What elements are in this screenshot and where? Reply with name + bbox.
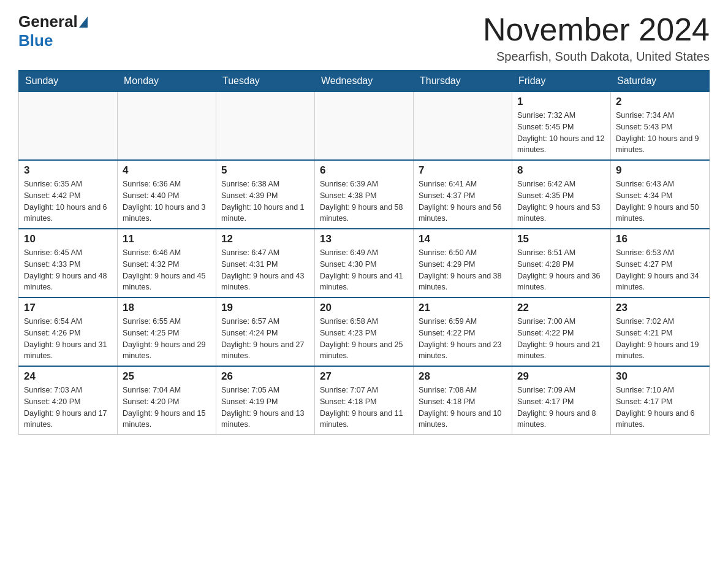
day-info: Sunrise: 7:08 AMSunset: 4:18 PMDaylight:… — [419, 385, 507, 431]
calendar-cell: 14Sunrise: 6:50 AMSunset: 4:29 PMDayligh… — [414, 229, 512, 297]
day-info: Sunrise: 6:55 AMSunset: 4:25 PMDaylight:… — [123, 316, 211, 362]
day-info: Sunrise: 6:39 AMSunset: 4:38 PMDaylight:… — [320, 178, 408, 224]
day-number: 25 — [123, 370, 211, 383]
calendar-cell: 13Sunrise: 6:49 AMSunset: 4:30 PMDayligh… — [315, 229, 414, 297]
day-number: 26 — [221, 370, 309, 383]
day-info: Sunrise: 6:41 AMSunset: 4:37 PMDaylight:… — [419, 178, 507, 224]
day-number: 3 — [24, 164, 112, 177]
day-info: Sunrise: 6:45 AMSunset: 4:33 PMDaylight:… — [24, 247, 112, 293]
calendar-cell: 29Sunrise: 7:09 AMSunset: 4:17 PMDayligh… — [512, 366, 611, 435]
day-number: 4 — [123, 164, 211, 177]
calendar-cell: 6Sunrise: 6:39 AMSunset: 4:38 PMDaylight… — [315, 160, 414, 229]
day-number: 22 — [517, 302, 605, 314]
day-info: Sunrise: 6:35 AMSunset: 4:42 PMDaylight:… — [24, 178, 112, 224]
calendar-cell: 4Sunrise: 6:36 AMSunset: 4:40 PMDaylight… — [118, 160, 216, 229]
day-number: 1 — [517, 96, 605, 108]
calendar-cell: 18Sunrise: 6:55 AMSunset: 4:25 PMDayligh… — [118, 297, 216, 366]
calendar-cell: 11Sunrise: 6:46 AMSunset: 4:32 PMDayligh… — [118, 229, 216, 297]
location-subtitle: Spearfish, South Dakota, United States — [483, 50, 710, 64]
day-info: Sunrise: 6:59 AMSunset: 4:22 PMDaylight:… — [419, 316, 507, 362]
day-number: 17 — [24, 302, 112, 314]
calendar-cell: 8Sunrise: 6:42 AMSunset: 4:35 PMDaylight… — [512, 160, 611, 229]
calendar-cell — [315, 92, 414, 161]
day-info: Sunrise: 6:58 AMSunset: 4:23 PMDaylight:… — [320, 316, 408, 362]
day-info: Sunrise: 6:46 AMSunset: 4:32 PMDaylight:… — [123, 247, 211, 293]
day-info: Sunrise: 7:32 AMSunset: 5:45 PMDaylight:… — [517, 110, 605, 156]
weekday-header-saturday: Saturday — [611, 71, 710, 92]
calendar-cell: 1Sunrise: 7:32 AMSunset: 5:45 PMDaylight… — [512, 92, 611, 161]
calendar-cell: 12Sunrise: 6:47 AMSunset: 4:31 PMDayligh… — [216, 229, 315, 297]
weekday-header-row: SundayMondayTuesdayWednesdayThursdayFrid… — [19, 71, 710, 92]
day-number: 18 — [123, 302, 211, 314]
logo-blue-text: Blue — [18, 31, 53, 50]
calendar-cell: 10Sunrise: 6:45 AMSunset: 4:33 PMDayligh… — [19, 229, 118, 297]
day-number: 10 — [24, 233, 112, 245]
logo-triangle-icon — [79, 17, 88, 28]
logo: General Blue — [18, 12, 89, 50]
day-number: 19 — [221, 302, 309, 314]
calendar-cell: 22Sunrise: 7:00 AMSunset: 4:22 PMDayligh… — [512, 297, 611, 366]
day-info: Sunrise: 7:04 AMSunset: 4:20 PMDaylight:… — [123, 385, 211, 431]
calendar-cell: 19Sunrise: 6:57 AMSunset: 4:24 PMDayligh… — [216, 297, 315, 366]
day-info: Sunrise: 6:50 AMSunset: 4:29 PMDaylight:… — [419, 247, 507, 293]
day-number: 23 — [616, 302, 704, 314]
day-number: 5 — [221, 164, 309, 177]
day-info: Sunrise: 7:07 AMSunset: 4:18 PMDaylight:… — [320, 385, 408, 431]
day-number: 6 — [320, 164, 408, 177]
day-number: 20 — [320, 302, 408, 314]
day-number: 2 — [616, 96, 704, 108]
week-row-3: 10Sunrise: 6:45 AMSunset: 4:33 PMDayligh… — [19, 229, 710, 297]
calendar-cell: 16Sunrise: 6:53 AMSunset: 4:27 PMDayligh… — [611, 229, 710, 297]
day-number: 7 — [419, 164, 507, 177]
day-number: 12 — [221, 233, 309, 245]
day-number: 16 — [616, 233, 704, 245]
week-row-4: 17Sunrise: 6:54 AMSunset: 4:26 PMDayligh… — [19, 297, 710, 366]
day-number: 27 — [320, 370, 408, 383]
calendar-cell — [414, 92, 512, 161]
calendar-cell — [19, 92, 118, 161]
calendar-cell: 28Sunrise: 7:08 AMSunset: 4:18 PMDayligh… — [414, 366, 512, 435]
day-info: Sunrise: 6:36 AMSunset: 4:40 PMDaylight:… — [123, 178, 211, 224]
calendar-cell: 23Sunrise: 7:02 AMSunset: 4:21 PMDayligh… — [611, 297, 710, 366]
calendar-cell — [118, 92, 216, 161]
calendar-cell: 7Sunrise: 6:41 AMSunset: 4:37 PMDaylight… — [414, 160, 512, 229]
day-info: Sunrise: 6:43 AMSunset: 4:34 PMDaylight:… — [616, 178, 704, 224]
day-number: 14 — [419, 233, 507, 245]
week-row-5: 24Sunrise: 7:03 AMSunset: 4:20 PMDayligh… — [19, 366, 710, 435]
page-header: General Blue November 2024 Spearfish, So… — [18, 12, 710, 64]
calendar-cell: 24Sunrise: 7:03 AMSunset: 4:20 PMDayligh… — [19, 366, 118, 435]
day-info: Sunrise: 6:51 AMSunset: 4:28 PMDaylight:… — [517, 247, 605, 293]
day-info: Sunrise: 6:42 AMSunset: 4:35 PMDaylight:… — [517, 178, 605, 224]
month-title: November 2024 — [483, 12, 710, 47]
calendar-cell: 2Sunrise: 7:34 AMSunset: 5:43 PMDaylight… — [611, 92, 710, 161]
calendar-cell: 26Sunrise: 7:05 AMSunset: 4:19 PMDayligh… — [216, 366, 315, 435]
week-row-2: 3Sunrise: 6:35 AMSunset: 4:42 PMDaylight… — [19, 160, 710, 229]
day-number: 29 — [517, 370, 605, 383]
calendar-cell: 20Sunrise: 6:58 AMSunset: 4:23 PMDayligh… — [315, 297, 414, 366]
title-block: November 2024 Spearfish, South Dakota, U… — [483, 12, 710, 64]
day-info: Sunrise: 7:09 AMSunset: 4:17 PMDaylight:… — [517, 385, 605, 431]
day-number: 8 — [517, 164, 605, 177]
calendar-cell: 17Sunrise: 6:54 AMSunset: 4:26 PMDayligh… — [19, 297, 118, 366]
logo-general-text: General — [18, 12, 78, 31]
day-info: Sunrise: 7:02 AMSunset: 4:21 PMDaylight:… — [616, 316, 704, 362]
weekday-header-wednesday: Wednesday — [315, 71, 414, 92]
calendar-cell: 21Sunrise: 6:59 AMSunset: 4:22 PMDayligh… — [414, 297, 512, 366]
calendar-cell: 25Sunrise: 7:04 AMSunset: 4:20 PMDayligh… — [118, 366, 216, 435]
day-info: Sunrise: 7:05 AMSunset: 4:19 PMDaylight:… — [221, 385, 309, 431]
day-info: Sunrise: 7:00 AMSunset: 4:22 PMDaylight:… — [517, 316, 605, 362]
weekday-header-thursday: Thursday — [414, 71, 512, 92]
day-number: 30 — [616, 370, 704, 383]
calendar-cell: 9Sunrise: 6:43 AMSunset: 4:34 PMDaylight… — [611, 160, 710, 229]
day-number: 28 — [419, 370, 507, 383]
day-info: Sunrise: 6:47 AMSunset: 4:31 PMDaylight:… — [221, 247, 309, 293]
day-number: 24 — [24, 370, 112, 383]
day-info: Sunrise: 6:49 AMSunset: 4:30 PMDaylight:… — [320, 247, 408, 293]
day-info: Sunrise: 7:10 AMSunset: 4:17 PMDaylight:… — [616, 385, 704, 431]
weekday-header-friday: Friday — [512, 71, 611, 92]
calendar-cell — [216, 92, 315, 161]
day-info: Sunrise: 6:38 AMSunset: 4:39 PMDaylight:… — [221, 178, 309, 224]
weekday-header-sunday: Sunday — [19, 71, 118, 92]
day-info: Sunrise: 7:03 AMSunset: 4:20 PMDaylight:… — [24, 385, 112, 431]
day-number: 9 — [616, 164, 704, 177]
